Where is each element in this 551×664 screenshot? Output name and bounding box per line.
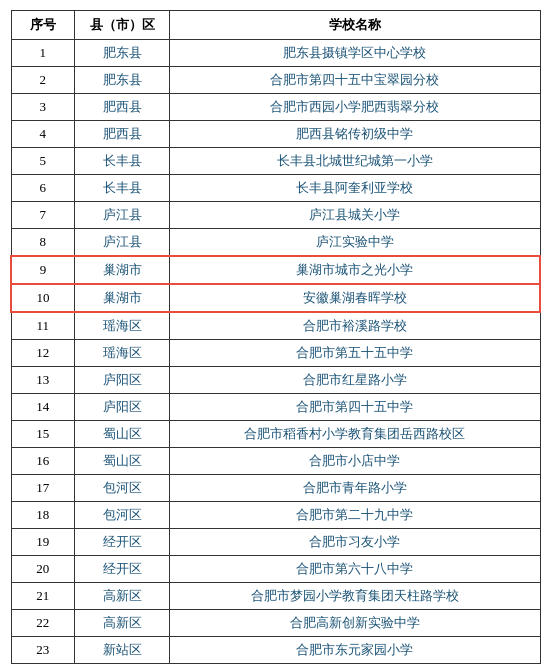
table-row: 15蜀山区合肥市稻香村小学教育集团岳西路校区 — [11, 421, 540, 448]
cell-seq: 11 — [11, 312, 74, 340]
cell-district: 庐阳区 — [74, 367, 169, 394]
cell-school: 合肥市第二十九中学 — [170, 502, 540, 529]
cell-district: 巢湖市 — [74, 284, 169, 312]
cell-seq: 12 — [11, 340, 74, 367]
cell-seq: 4 — [11, 121, 74, 148]
table-row: 1肥东县肥东县摄镇学区中心学校 — [11, 40, 540, 67]
cell-school: 合肥市裕溪路学校 — [170, 312, 540, 340]
cell-district: 瑶海区 — [74, 340, 169, 367]
cell-district: 经开区 — [74, 556, 169, 583]
header-seq: 序号 — [11, 11, 74, 40]
cell-seq: 21 — [11, 583, 74, 610]
cell-school: 长丰县北城世纪城第一小学 — [170, 148, 540, 175]
cell-school: 合肥市第五十五中学 — [170, 340, 540, 367]
table-row: 13庐阳区合肥市红星路小学 — [11, 367, 540, 394]
cell-seq: 8 — [11, 229, 74, 257]
cell-seq: 2 — [11, 67, 74, 94]
table-row: 19经开区合肥市习友小学 — [11, 529, 540, 556]
table-row: 17包河区合肥市青年路小学 — [11, 475, 540, 502]
cell-district: 经开区 — [74, 529, 169, 556]
cell-district: 蜀山区 — [74, 448, 169, 475]
cell-district: 瑶海区 — [74, 312, 169, 340]
cell-seq: 7 — [11, 202, 74, 229]
cell-seq: 20 — [11, 556, 74, 583]
cell-seq: 14 — [11, 394, 74, 421]
cell-seq: 13 — [11, 367, 74, 394]
cell-school: 合肥市第六十八中学 — [170, 556, 540, 583]
cell-seq: 6 — [11, 175, 74, 202]
cell-district: 包河区 — [74, 502, 169, 529]
cell-school: 合肥市稻香村小学教育集团岳西路校区 — [170, 421, 540, 448]
cell-school: 庐江县城关小学 — [170, 202, 540, 229]
cell-seq: 18 — [11, 502, 74, 529]
cell-district: 长丰县 — [74, 148, 169, 175]
cell-district: 蜀山区 — [74, 421, 169, 448]
cell-district: 巢湖市 — [74, 256, 169, 284]
cell-seq: 9 — [11, 256, 74, 284]
cell-seq: 10 — [11, 284, 74, 312]
table-row: 10巢湖市安徽巢湖春晖学校 — [11, 284, 540, 312]
cell-seq: 3 — [11, 94, 74, 121]
cell-school: 合肥市第四十五中学 — [170, 394, 540, 421]
table-row: 22高新区合肥高新创新实验中学 — [11, 610, 540, 637]
cell-school: 合肥高新创新实验中学 — [170, 610, 540, 637]
cell-school: 肥西县铭传初级中学 — [170, 121, 540, 148]
cell-district: 包河区 — [74, 475, 169, 502]
cell-seq: 17 — [11, 475, 74, 502]
table-row: 4肥西县肥西县铭传初级中学 — [11, 121, 540, 148]
cell-school: 合肥市小店中学 — [170, 448, 540, 475]
cell-school: 肥东县摄镇学区中心学校 — [170, 40, 540, 67]
cell-seq: 1 — [11, 40, 74, 67]
table-row: 11瑶海区合肥市裕溪路学校 — [11, 312, 540, 340]
cell-seq: 16 — [11, 448, 74, 475]
cell-district: 庐阳区 — [74, 394, 169, 421]
cell-seq: 19 — [11, 529, 74, 556]
cell-district: 高新区 — [74, 583, 169, 610]
table-row: 8庐江县庐江实验中学 — [11, 229, 540, 257]
cell-school: 合肥市梦园小学教育集团天柱路学校 — [170, 583, 540, 610]
cell-district: 长丰县 — [74, 175, 169, 202]
cell-school: 合肥市东元家园小学 — [170, 637, 540, 664]
table-row: 6长丰县长丰县阿奎利亚学校 — [11, 175, 540, 202]
cell-district: 肥西县 — [74, 94, 169, 121]
cell-school: 合肥市红星路小学 — [170, 367, 540, 394]
table-row: 12瑶海区合肥市第五十五中学 — [11, 340, 540, 367]
cell-school: 安徽巢湖春晖学校 — [170, 284, 540, 312]
table-row: 2肥东县合肥市第四十五中宝翠园分校 — [11, 67, 540, 94]
cell-school: 巢湖市城市之光小学 — [170, 256, 540, 284]
cell-district: 庐江县 — [74, 229, 169, 257]
header-school: 学校名称 — [170, 11, 540, 40]
table-row: 21高新区合肥市梦园小学教育集团天柱路学校 — [11, 583, 540, 610]
cell-district: 肥东县 — [74, 40, 169, 67]
cell-seq: 15 — [11, 421, 74, 448]
table-row: 16蜀山区合肥市小店中学 — [11, 448, 540, 475]
cell-school: 庐江实验中学 — [170, 229, 540, 257]
cell-school: 合肥市习友小学 — [170, 529, 540, 556]
cell-seq: 22 — [11, 610, 74, 637]
cell-district: 高新区 — [74, 610, 169, 637]
cell-district: 肥东县 — [74, 67, 169, 94]
cell-seq: 23 — [11, 637, 74, 664]
table-row: 20经开区合肥市第六十八中学 — [11, 556, 540, 583]
cell-school: 合肥市第四十五中宝翠园分校 — [170, 67, 540, 94]
cell-district: 新站区 — [74, 637, 169, 664]
cell-seq: 5 — [11, 148, 74, 175]
cell-district: 庐江县 — [74, 202, 169, 229]
table-row: 9巢湖市巢湖市城市之光小学 — [11, 256, 540, 284]
school-table: 序号 县（市）区 学校名称 1肥东县肥东县摄镇学区中心学校2肥东县合肥市第四十五… — [10, 10, 541, 664]
table-row: 7庐江县庐江县城关小学 — [11, 202, 540, 229]
table-row: 3肥西县合肥市西园小学肥西翡翠分校 — [11, 94, 540, 121]
cell-school: 长丰县阿奎利亚学校 — [170, 175, 540, 202]
table-row: 14庐阳区合肥市第四十五中学 — [11, 394, 540, 421]
table-row: 18包河区合肥市第二十九中学 — [11, 502, 540, 529]
cell-school: 合肥市西园小学肥西翡翠分校 — [170, 94, 540, 121]
cell-school: 合肥市青年路小学 — [170, 475, 540, 502]
header-district: 县（市）区 — [74, 11, 169, 40]
table-row: 5长丰县长丰县北城世纪城第一小学 — [11, 148, 540, 175]
table-row: 23新站区合肥市东元家园小学 — [11, 637, 540, 664]
cell-district: 肥西县 — [74, 121, 169, 148]
